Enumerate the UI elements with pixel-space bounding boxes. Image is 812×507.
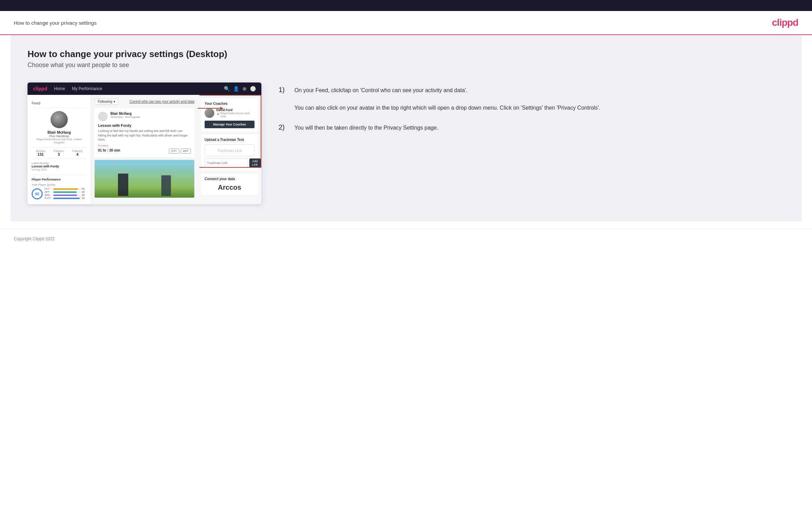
header-title: How to change your privacy settings bbox=[14, 20, 97, 26]
step1-text: On your Feed, click/tap on 'Control who … bbox=[294, 86, 600, 112]
lesson-image bbox=[95, 160, 194, 198]
profile-handicap: Plus Handicap bbox=[32, 134, 87, 138]
lesson-description: Looking to feel like my hands are exitin… bbox=[98, 129, 191, 142]
bar-ott-track bbox=[53, 188, 81, 190]
app-body: Feed Blair McHarg Plus Handicap Royal No… bbox=[28, 95, 261, 204]
app-main: Following ▾ Control who can see your act… bbox=[91, 95, 198, 204]
footer: Copyright Clippd 2022 bbox=[0, 228, 812, 249]
step1-number: 1) bbox=[279, 86, 289, 94]
page-heading: How to change your privacy settings (Des… bbox=[28, 49, 784, 59]
step2-text: You will then be taken directly to the P… bbox=[294, 123, 438, 132]
following-button[interactable]: Following ▾ bbox=[95, 98, 118, 105]
step1-para1: On your Feed, click/tap on 'Control who … bbox=[294, 86, 600, 95]
coaches-card: Your Coaches David Ford 📍 Royal North De… bbox=[201, 98, 258, 132]
bar-ott: OTT 90 bbox=[45, 188, 87, 190]
following-label: Following bbox=[98, 100, 112, 103]
bar-ott-val: 90 bbox=[82, 188, 87, 190]
lesson-footer: 01 hr : 30 min OTT APP bbox=[98, 147, 191, 154]
lesson-tags: OTT APP bbox=[169, 148, 191, 154]
step-1: 1) On your Feed, click/tap on 'Control w… bbox=[279, 86, 784, 112]
latest-activity-label: Latest Activity bbox=[32, 162, 87, 165]
avatar-icon[interactable]: ⚪ bbox=[250, 86, 256, 91]
bar-arg-label: ARG bbox=[45, 194, 52, 196]
bar-arg-fill bbox=[53, 195, 77, 196]
feed-header: Following ▾ Control who can see your act… bbox=[95, 98, 194, 105]
copyright: Copyright Clippd 2022 bbox=[14, 236, 55, 241]
coaches-title: Your Coaches bbox=[205, 102, 255, 106]
profile-club: Royal North Devon Golf Club, United King… bbox=[32, 138, 87, 144]
nav-home[interactable]: Home bbox=[54, 86, 65, 91]
trackman-link-input[interactable] bbox=[205, 158, 248, 167]
bar-putt-val: 96 bbox=[82, 197, 87, 199]
app-screenshot: clippd Home My Performance 🔍 👤 ⊕ ⚪ Feed bbox=[28, 82, 261, 204]
duration-value: 01 hr : 30 min bbox=[98, 148, 120, 152]
bracket-bottom bbox=[199, 167, 261, 168]
trackman-placeholder: Trackman Link bbox=[205, 144, 255, 156]
add-link-button[interactable]: Add Link bbox=[249, 158, 261, 167]
arrow-svg bbox=[198, 106, 225, 110]
latest-activity-date: 03 Aug 2022 bbox=[32, 168, 87, 171]
trackman-placeholder-text: Trackman Link bbox=[217, 148, 242, 153]
bracket-right bbox=[261, 95, 261, 167]
duration-label: Duration bbox=[98, 144, 191, 147]
tag-ott: OTT bbox=[169, 148, 179, 154]
bar-app-label: APP bbox=[45, 191, 52, 193]
person-icon[interactable]: 👤 bbox=[233, 86, 239, 91]
demo-container: clippd Home My Performance 🔍 👤 ⊕ ⚪ Feed bbox=[28, 82, 784, 204]
lesson-card: Blair McHarg Yesterday · Sunningdale Les… bbox=[95, 108, 194, 157]
bar-ott-fill bbox=[53, 188, 78, 190]
latest-activity-section: Latest Activity Lesson with Fordy 03 Aug… bbox=[32, 162, 87, 171]
performance-title: Player Performance bbox=[32, 178, 87, 181]
profile-stats: Activities 131 Followers 3 Following 4 bbox=[32, 147, 87, 159]
plus-icon[interactable]: ⊕ bbox=[242, 86, 247, 91]
following-chevron: ▾ bbox=[113, 100, 115, 103]
bar-putt: PUTT 96 bbox=[45, 197, 87, 199]
step-2: 2) You will then be taken directly to th… bbox=[279, 123, 784, 132]
step1-para2: You can also click on your avatar in the… bbox=[294, 103, 600, 112]
bar-app: APP 85 bbox=[45, 191, 87, 193]
app-right-panel: Your Coaches David Ford 📍 Royal North De… bbox=[198, 95, 261, 204]
top-bar bbox=[0, 0, 812, 11]
player-performance: Player Performance Total Player Quality … bbox=[32, 175, 87, 200]
bar-app-val: 85 bbox=[82, 191, 87, 193]
quality-row: 92 OTT 90 bbox=[32, 188, 87, 200]
lesson-title: Lesson with Fordy bbox=[98, 123, 191, 128]
stat-following: Following 4 bbox=[72, 150, 83, 156]
following-value: 4 bbox=[72, 152, 83, 156]
profile-name: Blair McHarg bbox=[32, 130, 87, 134]
trackman-input-row: Add Link bbox=[205, 158, 255, 167]
search-icon[interactable]: 🔍 bbox=[224, 86, 230, 91]
app-logo: clippd bbox=[33, 86, 47, 91]
stat-activities: Activities 131 bbox=[36, 150, 45, 156]
lesson-username: Blair McHarg bbox=[110, 112, 140, 115]
step2-number: 2) bbox=[279, 123, 289, 131]
lesson-card-header: Blair McHarg Yesterday · Sunningdale bbox=[98, 112, 191, 121]
trackman-title: Upload a Trackman Test bbox=[205, 138, 255, 142]
quality-circle: 92 bbox=[32, 188, 43, 199]
connect-title: Connect your data bbox=[205, 177, 255, 181]
lesson-meta: Yesterday · Sunningdale bbox=[110, 115, 140, 119]
page-subheading: Choose what you want people to see bbox=[28, 62, 784, 69]
pin-icon: 📍 bbox=[216, 113, 220, 117]
coach-club: 📍 Royal North Devon Golf Club bbox=[216, 112, 255, 118]
control-privacy-link[interactable]: Control who can see your activity and da… bbox=[130, 100, 194, 103]
bar-putt-track bbox=[53, 198, 81, 199]
quality-value: 92 bbox=[35, 192, 39, 196]
followers-label: Followers bbox=[54, 150, 64, 152]
arccos-logo: Arccos bbox=[205, 184, 255, 191]
step2-para1: You will then be taken directly to the P… bbox=[294, 123, 438, 132]
bar-arg: ARG 86 bbox=[45, 194, 87, 196]
profile-section: Blair McHarg Plus Handicap Royal North D… bbox=[32, 111, 87, 144]
arrow-container bbox=[198, 106, 198, 106]
avatar-image bbox=[51, 111, 68, 128]
bar-ott-label: OTT bbox=[45, 188, 52, 190]
golfer2-silhouette bbox=[161, 175, 171, 196]
bar-arg-val: 86 bbox=[82, 194, 87, 196]
bar-arg-track bbox=[53, 195, 81, 196]
manage-coaches-button[interactable]: Manage Your Coaches bbox=[205, 121, 255, 128]
followers-value: 3 bbox=[54, 152, 64, 156]
tag-app: APP bbox=[181, 148, 191, 154]
connect-card: Connect your data Arccos bbox=[201, 174, 258, 195]
nav-my-performance[interactable]: My Performance bbox=[72, 86, 102, 91]
lesson-user-info: Blair McHarg Yesterday · Sunningdale bbox=[110, 112, 140, 119]
